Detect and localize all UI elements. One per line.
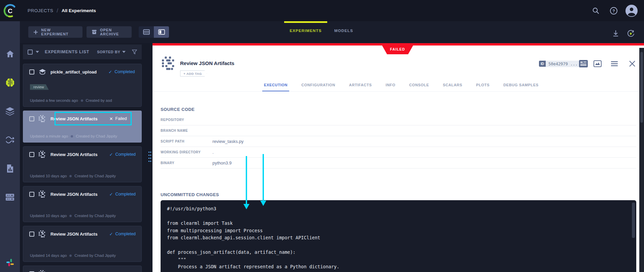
detail-tabs-row: EXECUTION CONFIGURATION ARTIFACTS INFO C…: [152, 78, 639, 92]
annotation-highlight-box: [55, 112, 132, 125]
sorted-by-caret: [122, 51, 126, 53]
experiment-card-selected[interactable]: Review JSON Artifacts ✕ Failed Updated a…: [23, 111, 142, 143]
experiment-card[interactable]: Review JSON Artifacts ✕ Failed: [23, 266, 142, 272]
panel-resize-handle[interactable]: [148, 151, 151, 163]
tab-artifacts[interactable]: ARTIFACTS: [347, 83, 374, 91]
tab-models[interactable]: MODELS: [334, 29, 353, 33]
tab-console[interactable]: CONSOLE: [407, 83, 431, 91]
tab-info[interactable]: INFO: [384, 83, 397, 91]
home-icon[interactable]: [0, 48, 20, 60]
pipelines-icon[interactable]: [0, 134, 20, 146]
status-badge: ✓ Completed: [108, 69, 135, 74]
preview-image-icon[interactable]: [593, 60, 602, 68]
auto-refresh-icon[interactable]: [627, 30, 635, 38]
meta-separator-dot: [71, 135, 73, 138]
meta-separator-dot: [69, 254, 72, 257]
table-view-toggle[interactable]: [139, 26, 154, 38]
created-text: Created by Chad Jippity: [76, 134, 117, 138]
experiment-checkbox[interactable]: [29, 232, 34, 237]
details-view-icon[interactable]: [579, 60, 588, 68]
experiment-card[interactable]: Review JSON Artifacts ✓ Completed Update…: [23, 226, 142, 262]
field-value: python3.9: [212, 160, 232, 165]
experiments-brain-icon[interactable]: [0, 77, 20, 88]
status-badge: ✓ Completed: [109, 192, 136, 197]
model-artifact-icon: [39, 68, 46, 75]
experiment-meta: Updated 14 days ago Created by Chad Jipp…: [29, 253, 135, 258]
experiment-dots-icon: [39, 270, 46, 272]
experiment-detail-panel: Review JSON Artifacts + ADD TAG ID 50e42…: [152, 43, 644, 272]
experiment-card[interactable]: Review JSON Artifacts ✓ Completed Update…: [23, 186, 142, 222]
experiment-meta: Updated 10 days ago Created by Chad Jipp…: [29, 174, 135, 178]
slack-icon[interactable]: [0, 257, 20, 268]
field-label: BINARY: [161, 161, 212, 165]
experiment-card[interactable]: pickle_artifact_upload ✓ Completed revie…: [23, 64, 142, 107]
tab-execution[interactable]: EXECUTION: [262, 83, 289, 91]
field-row: REPOSITORY: [161, 115, 636, 125]
experiment-id: ID 50e42979 ...: [539, 60, 580, 67]
code-scrollbar-thumb[interactable]: [632, 203, 635, 238]
experiment-checkbox[interactable]: [29, 69, 34, 74]
uncommitted-changes-section-title: UNCOMMITTED CHANGES: [161, 192, 219, 197]
experiment-checkbox[interactable]: [29, 192, 34, 197]
reports-icon[interactable]: [0, 163, 20, 174]
experiment-detail-title: Review JSON Artifacts: [180, 60, 234, 66]
check-icon: ✓: [109, 232, 113, 237]
id-value[interactable]: 50e42979 ...: [546, 61, 580, 67]
detail-scrollbar[interactable]: [639, 48, 644, 272]
updated-text: Updated a minute ago: [30, 134, 68, 138]
created-text: Created by Chad Jippity: [74, 253, 116, 258]
field-label: WORKING DIRECTORY: [161, 150, 212, 154]
select-all-checkbox[interactable]: [28, 50, 33, 55]
svg-text:?: ?: [612, 8, 615, 13]
experiment-checkbox[interactable]: [29, 152, 34, 157]
filter-funnel-icon[interactable]: [132, 50, 137, 54]
user-avatar[interactable]: [625, 5, 638, 17]
field-row: WORKING DIRECTORY .: [161, 147, 636, 158]
close-icon[interactable]: [628, 60, 637, 68]
experiment-meta: Updated 10 days ago Created by Chad Jipp…: [29, 214, 135, 218]
new-experiment-button[interactable]: NEW EXPERIMENT: [28, 26, 82, 38]
experiment-title: pickle_artifact_upload: [50, 69, 97, 74]
help-icon[interactable]: ?: [608, 5, 620, 17]
meta-separator-dot: [69, 215, 72, 217]
datasets-layers-icon[interactable]: [0, 105, 20, 117]
download-icon[interactable]: [612, 30, 620, 38]
breadcrumb-projects[interactable]: PROJECTS: [28, 8, 53, 13]
tag-review[interactable]: review: [30, 84, 49, 90]
tab-configuration[interactable]: CONFIGURATION: [300, 83, 337, 91]
created-text: Created by asd: [86, 98, 112, 102]
source-code-section-title: SOURCE CODE: [161, 107, 195, 112]
breadcrumb-separator: /: [57, 7, 58, 14]
updated-text: Updated 14 days ago: [30, 253, 67, 258]
experiment-card[interactable]: Review JSON Artifacts ✓ Completed Update…: [23, 146, 142, 182]
experiments-list-title: EXPERIMENTS LIST: [45, 50, 89, 54]
sorted-by-control[interactable]: SORTED BY: [97, 50, 126, 54]
menu-hamburger-icon[interactable]: [610, 60, 619, 68]
failed-status-bar: [152, 43, 644, 46]
experiments-list-panel: EXPERIMENTS LIST SORTED BY pickle_artifa…: [20, 43, 152, 272]
id-badge: ID: [539, 61, 546, 67]
workers-queues-icon[interactable]: [0, 191, 20, 203]
detail-scrollbar-thumb[interactable]: [640, 52, 643, 123]
source-code-fields: REPOSITORY BRANCH NAME SCRIPT PATH revie…: [161, 115, 636, 169]
experiment-meta: Updated a few seconds ago Created by asd: [29, 98, 135, 102]
tab-plots[interactable]: PLOTS: [474, 83, 491, 91]
tab-scalars[interactable]: SCALARS: [441, 83, 464, 91]
field-row: BINARY python3.9: [161, 158, 636, 169]
select-dropdown-caret[interactable]: [36, 51, 39, 53]
uncommitted-changes-code-block[interactable]: #!/usr/bin/python3 from clearml import T…: [161, 200, 636, 272]
tab-debug-samples[interactable]: DEBUG SAMPLES: [502, 83, 540, 91]
detail-view-toggle[interactable]: [154, 26, 169, 38]
updated-text: Updated 10 days ago: [30, 174, 67, 178]
clearml-logo[interactable]: C: [0, 0, 20, 21]
field-label: SCRIPT PATH: [161, 140, 212, 143]
search-icon[interactable]: [590, 5, 602, 17]
status-badge: ✓ Completed: [109, 232, 136, 237]
open-archive-button[interactable]: OPEN ARCHIVE: [87, 26, 132, 38]
code-content: #!/usr/bin/python3 from clearml import T…: [167, 205, 636, 272]
plus-icon: [34, 30, 38, 34]
add-tag-button[interactable]: + ADD TAG: [180, 70, 207, 77]
tab-experiments[interactable]: EXPERIMENTS: [290, 29, 321, 33]
updated-text: Updated a few seconds ago: [30, 98, 78, 102]
experiment-checkbox[interactable]: [29, 116, 34, 121]
